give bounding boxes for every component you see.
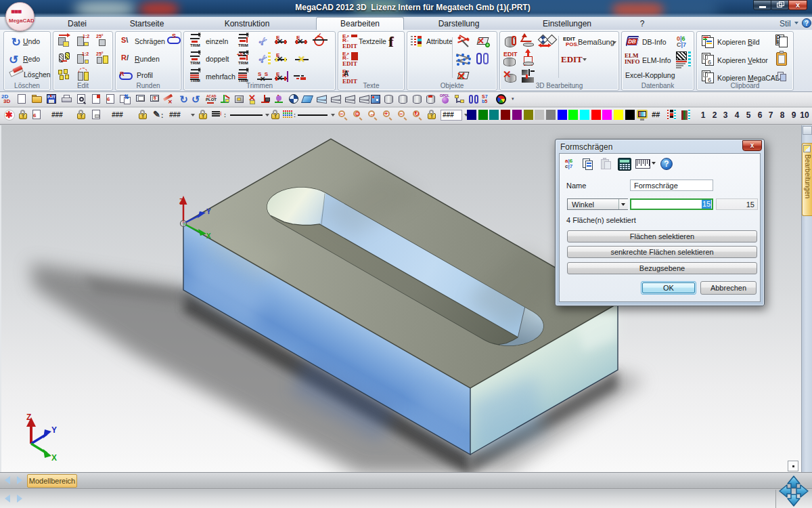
svg-text:X: X	[206, 232, 211, 240]
svg-text:Y: Y	[206, 208, 211, 215]
svg-text:Y: Y	[51, 425, 57, 435]
svg-text:Z: Z	[26, 412, 31, 422]
svg-text:X: X	[51, 453, 57, 463]
svg-text:Z: Z	[179, 198, 183, 205]
